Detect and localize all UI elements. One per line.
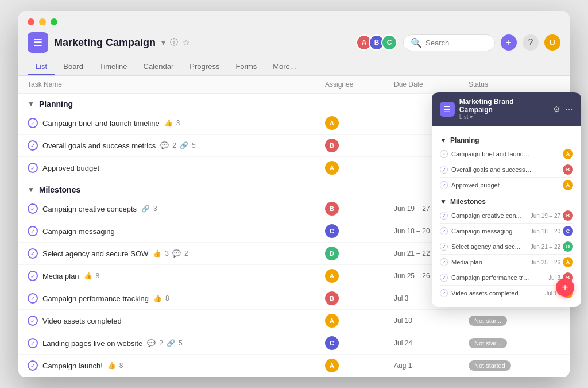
task-name-cell: ✓ Campaign performance tracking 👍 8 (28, 293, 325, 304)
add-button[interactable]: + (501, 34, 517, 51)
tab-calendar[interactable]: Calendar (136, 59, 182, 75)
task-meta: 💬 2 🔗 5 (147, 339, 182, 347)
star-icon[interactable]: ☆ (183, 38, 190, 47)
task-name-cell: ✓ Video assets completed (28, 316, 325, 326)
status-badge: Not star... (469, 338, 507, 348)
avatar: C (381, 34, 397, 51)
nav-tabs: List Board Timeline Calendar Progress Fo… (28, 59, 560, 75)
sp-avatar: C (563, 226, 573, 236)
side-panel: ☰ Marketing Brand Campaign List ▾ ⚙ ⋯ ▼ … (432, 92, 581, 307)
comment-count: 2 (159, 339, 163, 347)
task-name: Media plan (42, 272, 79, 281)
close-button[interactable] (28, 18, 34, 25)
sp-task-row[interactable]: ✓ Campaign brief and launch timeline A (440, 147, 573, 162)
task-name: Campaign creative concepts (42, 205, 137, 213)
like-count: 3 (165, 249, 169, 258)
sp-avatar: A (563, 257, 573, 267)
app-icon: ☰ (28, 32, 48, 53)
task-name: Select agency and secure SOW (42, 249, 148, 258)
tab-timeline[interactable]: Timeline (91, 59, 136, 75)
sp-task-name: Campaign brief and launch timeline (451, 151, 532, 157)
assignee-cell: A (325, 269, 394, 283)
like-count: 3 (176, 119, 180, 127)
avatar: A (325, 314, 339, 328)
sp-check-icon: ✓ (440, 166, 448, 174)
sp-date: Jun 25 – 26 (531, 259, 560, 266)
app-header: ☰ Marketing Campaign ▾ ⓘ ☆ A B C 🔍 (28, 32, 560, 59)
assignee-cell: A (325, 116, 394, 130)
assignee-cell: B (325, 291, 394, 305)
task-name-cell: ✓ Media plan 👍 8 (28, 271, 325, 281)
sp-task-right: A (563, 149, 573, 159)
task-name: Campaign brief and launch timeline (42, 119, 160, 128)
sp-task-left: ✓ Overall goals and success metrics (440, 166, 563, 174)
avatar: A (325, 161, 339, 175)
dropdown-icon: ▾ (470, 114, 473, 120)
settings-icon[interactable]: ⚙ (553, 105, 560, 114)
sp-task-right: Jun 25 – 26 A (531, 257, 573, 267)
search-bar[interactable]: 🔍 (403, 34, 495, 51)
sp-check-icon: ✓ (440, 212, 448, 220)
search-icon: 🔍 (411, 37, 422, 48)
header-right: A B C 🔍 + ? U (356, 34, 560, 51)
comment-count: 2 (184, 249, 188, 258)
sp-section-milestones: ▼ Milestones (440, 198, 573, 206)
sp-task-row[interactable]: ✓ Video assets completed Jul 10 A (440, 286, 573, 301)
sp-task-row[interactable]: ✓ Media plan Jun 25 – 26 A (440, 255, 573, 270)
more-icon[interactable]: ⋯ (565, 105, 573, 114)
sp-avatar: B (563, 210, 573, 221)
tab-board[interactable]: Board (55, 59, 91, 75)
search-input[interactable] (425, 39, 488, 47)
collapse-icon: ▼ (440, 198, 447, 206)
sp-task-row[interactable]: ✓ Select agency and sec... Jun 21 – 22 D (440, 239, 573, 255)
side-panel-add-button[interactable]: + (556, 278, 574, 297)
collapse-icon: ▼ (28, 100, 34, 108)
sp-task-row[interactable]: ✓ Campaign performance track... Jul 3 B (440, 270, 573, 286)
task-meta: 👍 8 (84, 272, 100, 280)
check-icon: ✓ (28, 140, 38, 151)
collapse-icon: ▼ (440, 136, 447, 144)
sp-task-row[interactable]: ✓ Campaign messaging Jun 18 – 20 C (440, 224, 573, 239)
like-icon: 👍 (107, 362, 116, 370)
task-name-cell: ✓ Campaign launch! 👍 8 (28, 360, 325, 371)
main-window: ☰ Marketing Campaign ▾ ⓘ ☆ A B C 🔍 (18, 11, 570, 377)
sp-task-right: B (563, 164, 573, 175)
sp-task-name: Campaign messaging (451, 228, 512, 235)
col-due-date: Due date (394, 80, 469, 89)
task-meta: 🔗 3 (141, 205, 157, 213)
check-icon: ✓ (28, 338, 38, 348)
dropdown-arrow-icon[interactable]: ▾ (161, 38, 165, 47)
comment-count: 2 (172, 141, 176, 149)
sp-task-row[interactable]: ✓ Approved budget A (440, 178, 573, 193)
link-count: 3 (153, 205, 157, 213)
sp-task-left: ✓ Media plan (440, 258, 531, 266)
tab-forms[interactable]: Forms (227, 59, 265, 75)
titlebar: ☰ Marketing Campaign ▾ ⓘ ☆ A B C 🔍 (18, 11, 570, 76)
sp-task-row[interactable]: ✓ Campaign creative con... Jun 19 – 27 B (440, 208, 573, 224)
table-row[interactable]: ✓ Landing pages live on website 💬 2 🔗 5 … (18, 332, 570, 355)
assignee-cell: B (325, 139, 394, 152)
check-icon: ✓ (28, 316, 38, 326)
avatar: B (325, 139, 339, 152)
comment-icon: 💬 (147, 339, 156, 347)
link-count: 5 (179, 339, 183, 347)
table-row[interactable]: ✓ Video assets completed A Jul 10 Not st… (18, 310, 570, 332)
info-icon[interactable]: ⓘ (170, 37, 178, 48)
sp-task-row[interactable]: ✓ Overall goals and success metrics B (440, 162, 573, 178)
date-cell: Aug 1 (394, 362, 469, 370)
table-row[interactable]: ✓ Campaign launch! 👍 8 A Aug 1 Not start… (18, 355, 570, 377)
like-icon: 👍 (153, 249, 161, 258)
maximize-button[interactable] (51, 18, 57, 25)
tab-progress[interactable]: Progress (181, 59, 227, 75)
col-task-name: Task name (28, 80, 325, 89)
avatar: D (325, 247, 339, 260)
tab-more[interactable]: More... (265, 59, 304, 75)
minimize-button[interactable] (39, 18, 46, 25)
sp-task-name: Campaign creative con... (451, 212, 521, 219)
like-icon: 👍 (84, 272, 92, 280)
help-button[interactable]: ? (523, 34, 539, 51)
tab-list[interactable]: List (28, 59, 55, 75)
link-icon: 🔗 (180, 141, 188, 149)
side-panel-actions: ⚙ ⋯ (553, 105, 573, 114)
sp-task-left: ✓ Campaign performance track... (440, 274, 548, 282)
